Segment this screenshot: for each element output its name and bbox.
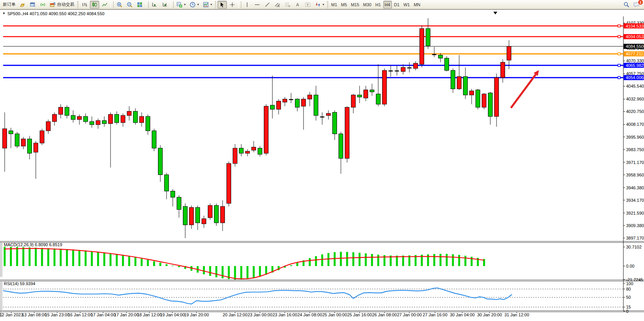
candle	[133, 111, 138, 123]
auto-trading-button[interactable]: 自动交易	[48, 1, 76, 9]
search-icon	[623, 2, 630, 8]
trendline-button[interactable]	[263, 1, 272, 9]
candle	[77, 116, 82, 120]
timeframe-MN[interactable]: MN	[412, 1, 422, 9]
timeframe-label: M30	[363, 2, 371, 7]
timeframe-D1[interactable]: D1	[393, 1, 401, 9]
candle	[121, 115, 125, 122]
chart-title-bar[interactable]: ▼ SP500-,H4 4071.050 4090.550 4062.250 4…	[0, 11, 644, 16]
timeframe-M15[interactable]: M15	[349, 1, 361, 9]
candle	[426, 28, 430, 46]
candle	[358, 95, 362, 97]
dropdown-caret-icon: ▾	[211, 3, 212, 6]
svg-text:4084.550: 4084.550	[626, 44, 644, 49]
candle	[9, 131, 13, 134]
zoom-out-button[interactable]	[125, 1, 134, 9]
horizontal-line-button[interactable]	[253, 1, 262, 9]
auto-scroll-button[interactable]	[150, 1, 159, 9]
bar-chart-button[interactable]	[80, 1, 89, 9]
candle	[102, 120, 107, 123]
auto-trading-icon	[50, 2, 56, 8]
candle	[221, 206, 225, 223]
chart-window: ▼ SP500-,H4 4071.050 4090.550 4062.250 4…	[0, 9, 644, 321]
signal-button[interactable]	[38, 1, 47, 9]
trend-arrow[interactable]	[511, 70, 539, 108]
arrows-button[interactable]: ▾	[313, 1, 326, 9]
fibonacci-button[interactable]: F	[283, 1, 292, 9]
chart-shift-button[interactable]	[160, 1, 169, 9]
zoom-in-button[interactable]	[115, 1, 124, 9]
candle	[65, 107, 69, 115]
toolbar-separator	[170, 1, 174, 8]
toolbar-separator	[238, 1, 241, 8]
terminal-button[interactable]	[28, 1, 37, 9]
svg-text:3971.170: 3971.170	[626, 160, 644, 165]
svg-text:3921.590: 3921.590	[626, 211, 644, 215]
timeframe-H4[interactable]: H4	[383, 1, 392, 9]
rsi-label: RSI(14) 59.9394	[4, 281, 35, 286]
timeframe-H1[interactable]: H1	[374, 1, 382, 9]
timeframe-label: H4	[385, 2, 390, 7]
svg-text:3958.960: 3958.960	[626, 173, 644, 177]
line-handle[interactable]	[618, 53, 620, 55]
vertical-line-button[interactable]	[242, 1, 252, 9]
line-handle[interactable]	[618, 64, 620, 67]
svg-text:3909.380: 3909.380	[626, 223, 644, 228]
channel-button[interactable]: E	[273, 1, 282, 9]
timeframe-M30[interactable]: M30	[361, 1, 373, 9]
chart-shift-icon	[161, 2, 168, 8]
candle	[383, 71, 387, 104]
new-order-button[interactable]: 新订单	[1, 1, 17, 9]
candle	[208, 205, 212, 218]
toolbar-grip	[215, 1, 216, 8]
auto-scroll-icon	[151, 2, 158, 8]
candle	[308, 95, 312, 99]
macd-panel: 30.71020.00-21.7245MACD(12,26,9) 6.8090 …	[4, 242, 643, 282]
line-handle[interactable]	[618, 35, 620, 38]
add-indicator-button[interactable]: ▾	[175, 1, 187, 9]
timeframe-M5[interactable]: M5	[339, 1, 348, 9]
cursor-button[interactable]	[218, 1, 227, 9]
horizontal-line-icon	[254, 2, 260, 8]
timeframe-label: M15	[351, 2, 359, 7]
notifications-button[interactable]: 1	[632, 1, 641, 9]
candle	[46, 122, 51, 131]
line-chart-button[interactable]	[100, 1, 109, 9]
candle	[283, 99, 287, 102]
line-handle[interactable]	[618, 76, 620, 79]
timeframe-label: H1	[375, 2, 381, 7]
candlesticks	[3, 18, 511, 238]
gold-ingot-button[interactable]	[18, 1, 27, 9]
candlestick-button[interactable]	[90, 1, 99, 9]
macd-label: MACD(12,26,9) 6.8090 6.8519	[4, 242, 62, 247]
crosshair-button[interactable]	[228, 1, 237, 9]
tile-windows-icon	[137, 2, 143, 8]
svg-text:4045.540: 4045.540	[626, 84, 644, 88]
mt4-window: 新订单 自动交易 ▾ ▾ ▾ E F A T ▾ M	[0, 0, 644, 321]
line-handle[interactable]	[618, 25, 620, 27]
timeframe-W1[interactable]: W1	[402, 1, 412, 9]
candle	[71, 115, 75, 120]
chart-dropdown-icon[interactable]: ▼	[2, 12, 5, 15]
candle	[277, 101, 281, 109]
candle	[501, 62, 505, 78]
timeframe-label: W1	[404, 2, 410, 7]
template-button[interactable]: ▾	[201, 1, 214, 9]
timeframe-label: M1	[331, 2, 337, 7]
timeframe-M1[interactable]: M1	[330, 1, 339, 9]
svg-text:4008.170: 4008.170	[626, 122, 644, 127]
candle	[40, 131, 44, 143]
text-label-button[interactable]: T	[303, 1, 312, 9]
time-label: 31 Jan 12:00	[504, 312, 529, 317]
tile-windows-button[interactable]	[135, 1, 144, 9]
text-button[interactable]: A	[293, 1, 302, 9]
period-clock-button[interactable]: ▾	[188, 1, 200, 9]
chart-shift-marker-icon[interactable]	[493, 12, 497, 14]
search-button[interactable]	[622, 1, 631, 9]
time-label: 17 Jan 04:00	[91, 312, 116, 317]
time-label: 25 Jan 00:00	[322, 312, 347, 317]
time-label: 25 Jan 16:00	[347, 312, 372, 317]
chart-canvas[interactable]: 4107.3304082.5404070.3304057.7504045.540…	[0, 16, 644, 321]
terminal-icon	[30, 2, 36, 8]
price-axis: 4107.3304082.5404070.3304057.7504045.540…	[623, 21, 644, 240]
